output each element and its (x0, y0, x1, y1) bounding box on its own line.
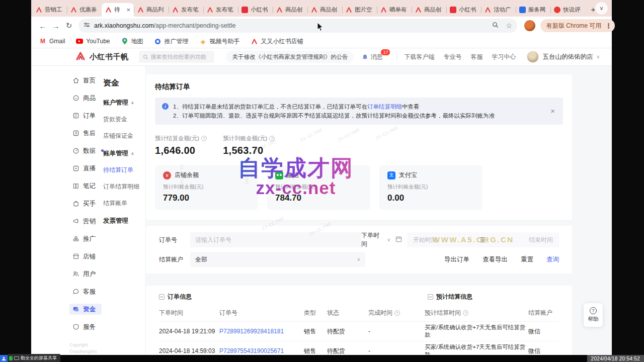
notice-banner: i 1、待结算订单是未结算的货款订单汇总，不含已结算订单，已结算订单可在订单结算… (155, 98, 563, 125)
time-type-dropdown[interactable]: 下单时间∨ (361, 231, 390, 248)
announcement-link[interactable]: 关于修改《小红书商家发货管理规则》的公告 (226, 51, 354, 63)
youtube-icon (76, 38, 83, 45)
bookmark-video-helper[interactable]: ◈视频号助手 (200, 37, 240, 46)
function-search-input[interactable]: 搜索查找你想要的功能 (139, 51, 214, 63)
subnav-group-invoice[interactable]: 发票管理 (103, 217, 145, 225)
collapse-icon[interactable]: − (159, 294, 165, 300)
help-button[interactable]: ? 帮助 (584, 303, 603, 327)
chrome-update-label: 有新版 Chrome 可用 (546, 22, 601, 30)
tab-strip: 营销工 优惠券 待× 商品列 发布笔 发布笔 小红书 商品创 商品创 图片空 晒… (31, 0, 612, 17)
help-icon[interactable]: ? (269, 136, 275, 141)
browser-tab-active[interactable]: 待× (102, 3, 134, 17)
browser-tab[interactable]: 商品列 (134, 3, 169, 17)
export-orders-button[interactable]: 导出订单 (444, 255, 469, 264)
browser-tab[interactable]: 优惠券 (67, 3, 102, 17)
order-number-link[interactable]: P728975543190025671 (219, 347, 304, 354)
browser-tab[interactable]: 发布笔 (169, 3, 203, 17)
collapse-icon[interactable]: − (428, 294, 433, 300)
settle-account-select[interactable]: 全部∨ (190, 252, 365, 267)
browser-tab[interactable]: 活动广 (481, 3, 516, 17)
sidebar-item-live[interactable]: 直播 (71, 163, 100, 174)
sidebar-item-buyer[interactable]: 买手 (71, 198, 100, 209)
address-bar[interactable]: ark.xiaohongshu.com/app-merchant/pending… (78, 19, 517, 33)
tab-close-icon[interactable]: × (126, 7, 130, 13)
brand[interactable]: 小红书千帆 (75, 51, 129, 62)
chrome-update-chip[interactable]: 有新版 Chrome 可用 ⋮ (540, 19, 615, 32)
browser-tab[interactable]: 服务网 (516, 3, 550, 17)
forward-button[interactable]: → (49, 22, 62, 30)
link-learning[interactable]: 学习中心 (492, 53, 516, 61)
query-button[interactable]: 查询 (546, 255, 559, 264)
sidebar-item-aftersale[interactable]: 售后 (71, 128, 100, 139)
browser-tab[interactable]: 小红书 (238, 3, 273, 17)
help-icon[interactable]: ? (463, 310, 468, 316)
banner-close-icon[interactable]: × (550, 107, 555, 116)
sidebar-item-marketing[interactable]: 营销 (71, 216, 100, 227)
date-range-picker[interactable]: 开始时间 至 结束时间 (407, 232, 559, 247)
browser-tab[interactable]: 营销工 (32, 3, 67, 17)
bookmark-youtube[interactable]: YouTube (76, 38, 110, 45)
account-name: 微信 (287, 171, 299, 179)
sidebar-item-funds[interactable]: 资金 (69, 304, 102, 315)
sidebar-item-orders[interactable]: 订单 (71, 110, 100, 121)
search-icon[interactable] (492, 22, 499, 30)
sidebar-item-users[interactable]: 用户 (71, 268, 100, 280)
browser-tab[interactable]: 快说评 (550, 3, 585, 17)
sidebar-item-service[interactable]: 客服 (71, 286, 100, 297)
start-date-field[interactable]: 开始时间 (413, 236, 437, 244)
subnav-item-settle-detail[interactable]: 订单结算明细 (103, 183, 145, 191)
sidebar-item-services[interactable]: 服务 (71, 321, 100, 332)
sidebar-item-goods[interactable]: 商品 (71, 93, 100, 104)
site-settings-icon[interactable] (84, 21, 90, 30)
bookmark-label: YouTube (86, 38, 110, 45)
browser-tab[interactable]: 商品创 (307, 3, 342, 17)
sidebar-item-data[interactable]: 数据 (71, 145, 100, 156)
bookmark-maps[interactable]: 地图 (121, 37, 143, 46)
subnav-item-pending-settle[interactable]: 待结算订单 (103, 166, 145, 174)
help-icon[interactable]: ? (394, 310, 400, 316)
bookmark-star-icon[interactable]: ☆ (506, 22, 512, 30)
link-download-client[interactable]: 下载客户端 (404, 53, 434, 61)
sidebar-item-home[interactable]: 首页 (71, 75, 100, 86)
sidebar-item-store[interactable]: 店铺 (71, 251, 100, 262)
order-no-input[interactable] (190, 232, 361, 247)
subnav-item-deposit[interactable]: 店铺保证金 (103, 132, 145, 140)
xiaohongshu-favicon-icon (207, 7, 213, 13)
tab-search-chevron-icon[interactable]: ∨ (595, 2, 608, 15)
browser-tab[interactable]: 商品创 (412, 3, 446, 17)
browser-tab[interactable]: 商品创 (273, 3, 307, 17)
order-number-link[interactable]: P728991269928418181 (219, 328, 304, 335)
subnav-item-settle-bill[interactable]: 结算账单 (103, 199, 145, 208)
help-icon[interactable]: ? (201, 136, 207, 141)
bookmark-gmail[interactable]: MGmail (39, 38, 65, 45)
calendar-icon[interactable] (395, 235, 402, 244)
bookmark-xhs-shop[interactable]: 又又小红书店铺 (251, 37, 303, 46)
sidebar-item-promotion[interactable]: 推广 (71, 233, 100, 244)
reload-button[interactable]: ↻ (62, 21, 75, 30)
messages-button[interactable]: 消息 17 (362, 53, 382, 61)
browser-tab[interactable]: 晒单有 (377, 3, 412, 17)
subnav-group-account[interactable]: 账户管理∧ (103, 99, 145, 107)
sidebar-item-notes[interactable]: 笔记 (71, 180, 100, 192)
back-button[interactable]: ← (36, 22, 49, 30)
chrome-profile-avatar[interactable] (524, 20, 535, 31)
bookmark-promotion[interactable]: 推广管理 (154, 37, 189, 46)
url-path: /app-merchant/pending-settle (154, 22, 236, 29)
banner-line1: 1、待结算订单是未结算的货款订单汇总，不含已结算订单，已结算订单可在订单结算明细… (173, 102, 555, 111)
chrome-menu-icon[interactable]: ⋮ (605, 22, 612, 30)
screen-share-pill[interactable]: 鹅全全的屏幕共享 (8, 354, 60, 362)
end-date-field[interactable]: 结束时间 (529, 236, 553, 244)
reset-button[interactable]: 重置 (521, 255, 533, 264)
link-support[interactable]: 客服 (470, 53, 482, 61)
xiaohongshu-favicon-icon (137, 7, 144, 13)
shop-account-menu[interactable]: 五台山的佑佑的店 ∨ (527, 51, 600, 63)
browser-tab[interactable]: 图片空 (342, 3, 377, 17)
bookmark-label: 推广管理 (165, 37, 189, 46)
subnav-item-goods-funds[interactable]: 货款资金 (103, 115, 145, 124)
browser-tab[interactable]: 小红书 (446, 3, 481, 17)
settle-detail-link[interactable]: 订单结算明细 (367, 104, 402, 110)
browser-tab[interactable]: 发布笔 (203, 3, 238, 17)
subnav-group-bill[interactable]: 账单管理∧ (103, 149, 145, 158)
view-exports-button[interactable]: 查看导出 (482, 255, 508, 264)
link-professional[interactable]: 专业号 (443, 53, 461, 61)
